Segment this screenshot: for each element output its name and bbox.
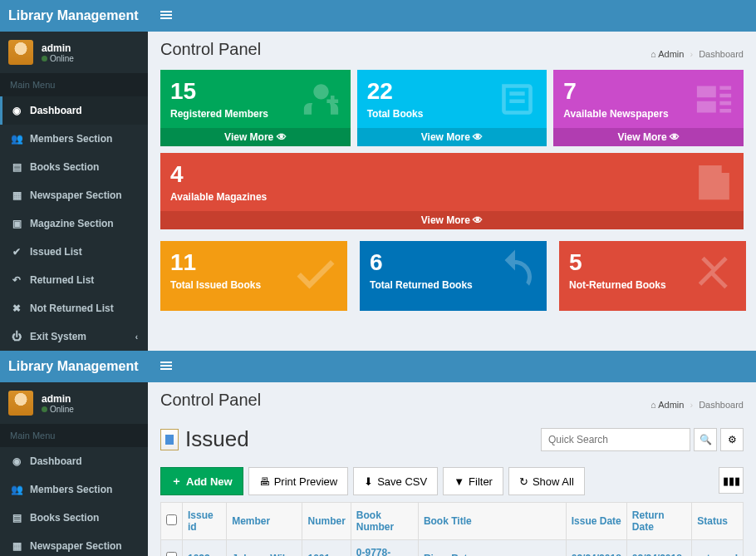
- sidebar-item-members-section[interactable]: 👥 Members Section: [0, 475, 148, 504]
- cell-id[interactable]: 1023: [183, 540, 227, 557]
- col-number[interactable]: Number: [302, 503, 351, 540]
- issued-icon: [160, 429, 179, 450]
- cell-return-date[interactable]: 02/24/2018: [626, 540, 691, 557]
- print-preview-button[interactable]: 🖶Print Preview: [248, 467, 349, 495]
- section-title: Issued: [160, 426, 249, 452]
- user-status: Online: [42, 405, 74, 414]
- sidebar-item-issued-list[interactable]: ✔ Issued List: [0, 238, 148, 266]
- cell-issue-date[interactable]: 02/24/2018: [566, 540, 626, 557]
- col-book-title[interactable]: Book Title: [418, 503, 566, 540]
- col-issue-id[interactable]: Issue id: [183, 503, 227, 540]
- sidebar-item-not-returned-list[interactable]: ✖ Not Returned List: [0, 294, 148, 322]
- sidebar-item-books-section[interactable]: ▤ Books Section: [0, 153, 148, 181]
- issued-table: Issue idMemberNumberBook NumberBook Titl…: [160, 502, 744, 556]
- menu-label: Not Returned List: [30, 303, 114, 314]
- sidebar-item-newspaper-section[interactable]: ▦ Newspaper Section: [0, 181, 148, 209]
- barcode-icon: ▮▮▮: [723, 475, 740, 487]
- magazine-icon: ▣: [10, 218, 23, 229]
- sidebar-item-dashboard[interactable]: ◉ Dashboard: [0, 447, 148, 475]
- search-icon: 🔍: [700, 434, 712, 445]
- top-header: Library Management: [0, 0, 756, 32]
- book-icon: ▤: [10, 161, 23, 173]
- sidebar-toggle[interactable]: [148, 9, 184, 23]
- col-return-date[interactable]: Return Date: [626, 503, 691, 540]
- stat-card2-0: 11 Total Issued Books: [160, 241, 347, 311]
- stat-label: Available Magazines: [170, 191, 734, 203]
- refresh-icon: ↻: [519, 475, 528, 488]
- sidebar-item-members-section[interactable]: 👥 Members Section: [0, 125, 148, 153]
- plus-icon: ＋: [171, 474, 182, 489]
- show-all-button[interactable]: ↻Show All: [508, 467, 585, 495]
- stat-icon: [691, 76, 737, 122]
- avatar: [8, 391, 33, 416]
- cell-number[interactable]: 1001: [302, 540, 351, 557]
- dashboard-icon: ◉: [10, 455, 23, 467]
- newspaper-icon: ▦: [10, 540, 23, 552]
- newspaper-icon: ▦: [10, 189, 23, 201]
- avatar: [8, 40, 33, 65]
- breadcrumb: ⌂ Admin › Dashboard: [650, 400, 744, 410]
- cell-member[interactable]: Johnny Wiley: [227, 540, 302, 557]
- user-panel: admin Online: [0, 32, 148, 73]
- sidebar-item-returned-list[interactable]: ↶ Returned List: [0, 266, 148, 294]
- home-icon: ⌂: [650, 400, 656, 410]
- menu-label: Books Section: [30, 161, 99, 173]
- view-more-link[interactable]: View More 👁: [357, 128, 547, 146]
- menu-label: Magazine Section: [30, 218, 114, 229]
- menu-header: Main Menu: [0, 424, 148, 447]
- search-input[interactable]: [541, 428, 690, 451]
- page-title: Control Panel: [160, 40, 261, 59]
- add-new-button[interactable]: ＋Add New: [160, 467, 243, 495]
- table-view-button[interactable]: ▮▮▮: [719, 467, 744, 494]
- sidebar-item-exit-system[interactable]: ⏻ Exit System‹: [0, 322, 148, 351]
- users-icon: 👥: [10, 484, 23, 495]
- sidebar-item-dashboard[interactable]: ◉ Dashboard: [0, 96, 148, 125]
- stat-number: 4: [170, 161, 734, 188]
- breadcrumb-home[interactable]: Admin: [658, 49, 684, 59]
- col-member[interactable]: Member: [227, 503, 302, 540]
- menu-label: Dashboard: [30, 455, 82, 467]
- eye-icon: 👁: [670, 131, 680, 143]
- breadcrumb-home[interactable]: Admin: [658, 400, 684, 410]
- book-icon: ▤: [10, 512, 23, 524]
- stat-card2-1: 6 Total Returned Books: [360, 241, 547, 311]
- col-book-number[interactable]: Book Number: [351, 503, 418, 540]
- hamburger-icon: [160, 360, 172, 371]
- stat-icon: [291, 248, 341, 298]
- view-more-link[interactable]: View More 👁: [160, 128, 351, 146]
- search-button[interactable]: 🔍: [694, 428, 717, 451]
- stat-icon: [691, 160, 737, 205]
- app-logo[interactable]: Library Management: [0, 8, 148, 23]
- row-checkbox[interactable]: [166, 552, 177, 556]
- sidebar: admin Online Main Menu ◉ Dashboard 👥 Mem…: [0, 382, 148, 556]
- user-name: admin: [42, 393, 74, 405]
- eye-icon: 👁: [277, 131, 287, 143]
- app-logo[interactable]: Library Management: [0, 359, 148, 374]
- breadcrumb-current: Dashboard: [699, 400, 744, 410]
- select-all-checkbox[interactable]: [166, 514, 177, 525]
- menu-label: Returned List: [30, 274, 94, 286]
- settings-button[interactable]: ⚙: [720, 428, 744, 451]
- menu-label: Issued List: [30, 246, 82, 258]
- table-row: 1023 Johnny Wiley 1001 0-9778-7195-9 Riv…: [161, 540, 744, 557]
- stat-card-1: 22 Total Books View More 👁: [357, 70, 547, 146]
- col-status[interactable]: Status: [692, 503, 744, 540]
- view-more-link[interactable]: View More 👁: [160, 211, 744, 229]
- sidebar-toggle[interactable]: [148, 360, 184, 374]
- col-issue-date[interactable]: Issue Date: [566, 503, 626, 540]
- cell-book-number[interactable]: 0-9778-7195-9: [351, 540, 418, 557]
- stat-card-0: 15 Registered Members View More 👁: [160, 70, 351, 146]
- filter-button[interactable]: ▼Filter: [443, 467, 503, 495]
- power-icon: ⏻: [10, 331, 23, 342]
- stat-icon: [298, 76, 344, 122]
- cell-title[interactable]: River Between: [418, 540, 566, 557]
- sidebar-item-magazine-section[interactable]: ▣ Magazine Section: [0, 209, 148, 238]
- undo-icon: ↶: [10, 274, 23, 286]
- sidebar: admin Online Main Menu ◉ Dashboard 👥 Mem…: [0, 32, 148, 351]
- top-header: Library Management: [0, 351, 756, 382]
- save-csv-button[interactable]: ⬇Save CSV: [353, 467, 438, 495]
- view-more-link[interactable]: View More 👁: [553, 128, 744, 146]
- cell-status[interactable]: returned: [692, 540, 744, 557]
- sidebar-item-newspaper-section[interactable]: ▦ Newspaper Section: [0, 532, 148, 556]
- sidebar-item-books-section[interactable]: ▤ Books Section: [0, 504, 148, 532]
